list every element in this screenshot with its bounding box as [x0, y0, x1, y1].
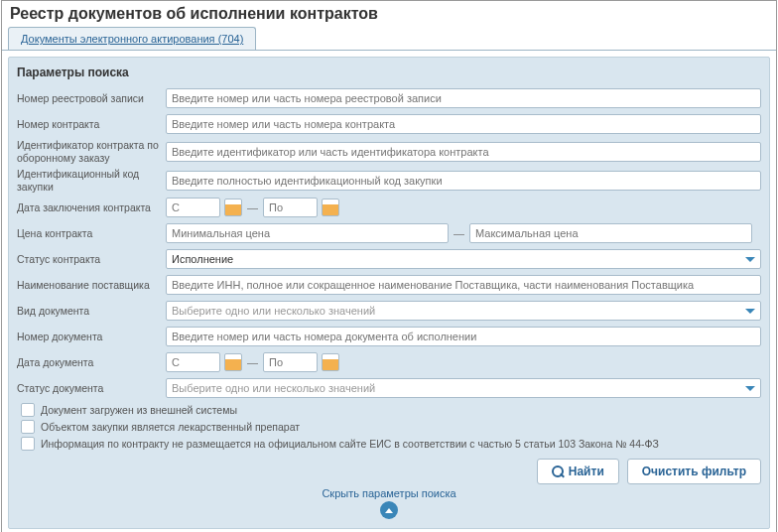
search-icon [552, 466, 564, 477]
dash: — [246, 356, 259, 368]
label-contract-no: Номер контракта [17, 118, 166, 131]
label-registry-no: Номер реестровой записи [17, 92, 166, 105]
not-published-checkbox[interactable] [21, 437, 35, 451]
label-purchase-id: Идентификационный код закупки [17, 168, 166, 193]
label-contract-date: Дата заключения контракта [17, 201, 166, 214]
doc-type-placeholder: Выберите одно или несколько значений [172, 305, 375, 317]
label-status: Статус контракта [17, 253, 166, 266]
not-published-label: Информация по контракту не размещается н… [41, 438, 659, 450]
contract-date-to-input[interactable] [263, 198, 318, 217]
contract-no-input[interactable] [166, 114, 761, 134]
tab-electronic-acts[interactable]: Документы электронного актирования (704) [8, 27, 256, 50]
status-value: Исполнение [172, 253, 233, 265]
label-doc-status: Статус документа [17, 382, 166, 395]
collapse-icon[interactable] [380, 501, 398, 519]
chevron-down-icon [745, 386, 755, 391]
dash: — [246, 201, 259, 213]
price-min-input[interactable] [166, 223, 449, 243]
calendar-icon[interactable] [224, 353, 242, 371]
doc-date-to-input[interactable] [263, 352, 318, 372]
doc-no-input[interactable] [166, 327, 761, 346]
page-title: Реестр документов об исполнении контракт… [2, 1, 776, 27]
label-doc-date: Дата документа [17, 356, 166, 369]
label-doc-type: Вид документа [17, 305, 166, 318]
clear-button[interactable]: Очистить фильтр [627, 459, 761, 484]
label-doc-no: Номер документа [17, 331, 166, 343]
doc-status-select[interactable]: Выберите одно или несколько значений [166, 378, 761, 398]
chevron-down-icon [745, 309, 755, 314]
clear-label: Очистить фильтр [642, 465, 746, 478]
dash: — [453, 227, 465, 239]
purchase-id-input[interactable] [166, 171, 761, 191]
calendar-icon[interactable] [224, 199, 242, 216]
registry-no-input[interactable] [166, 88, 761, 108]
contract-date-from-input[interactable] [166, 198, 220, 217]
doc-date-from-input[interactable] [166, 352, 220, 372]
label-supplier: Наименование поставщика [17, 279, 166, 292]
external-checkbox[interactable] [21, 403, 35, 417]
defense-id-input[interactable] [166, 142, 761, 162]
search-panel: Параметры поиска Номер реестровой записи… [8, 57, 770, 529]
chevron-down-icon [745, 257, 755, 262]
doc-status-placeholder: Выберите одно или несколько значений [172, 382, 375, 394]
doc-type-select[interactable]: Выберите одно или несколько значений [166, 301, 761, 321]
collapse-link[interactable]: Скрыть параметры поиска [322, 487, 455, 499]
price-max-input[interactable] [469, 223, 752, 243]
find-button[interactable]: Найти [537, 459, 619, 484]
label-price: Цена контракта [17, 227, 166, 240]
calendar-icon[interactable] [322, 353, 339, 371]
external-label: Документ загружен из внешней системы [41, 404, 237, 416]
calendar-icon[interactable] [322, 199, 339, 216]
label-defense-id: Идентификатор контракта по оборонному за… [17, 139, 166, 164]
find-label: Найти [569, 465, 604, 478]
panel-title: Параметры поиска [17, 66, 761, 79]
supplier-input[interactable] [166, 275, 761, 295]
status-select[interactable]: Исполнение [166, 249, 761, 269]
medicine-label: Объектом закупки является лекарственный … [41, 421, 300, 433]
medicine-checkbox[interactable] [21, 420, 35, 434]
